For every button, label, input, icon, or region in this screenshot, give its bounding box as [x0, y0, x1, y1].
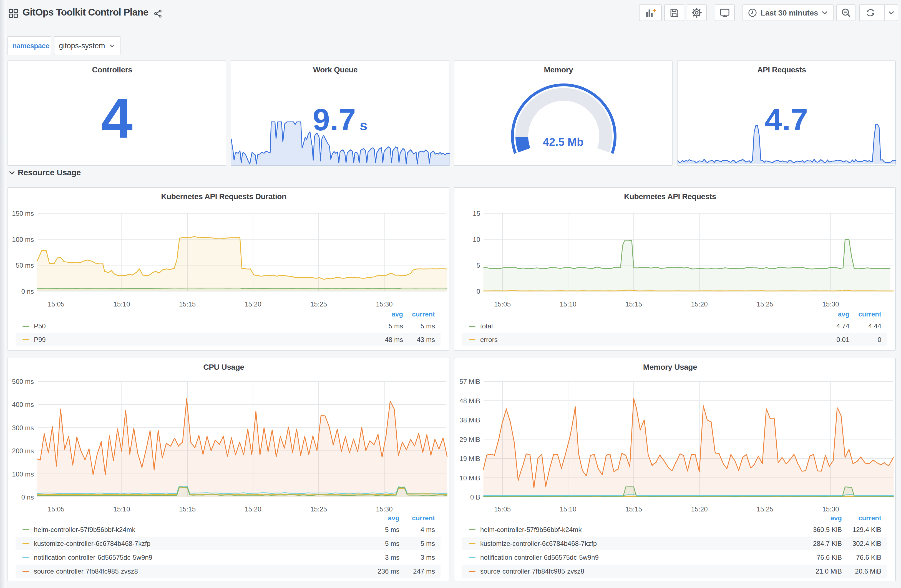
- svg-text:15:30: 15:30: [376, 300, 393, 308]
- svg-text:15:20: 15:20: [691, 300, 708, 308]
- svg-text:0 ns: 0 ns: [21, 288, 34, 295]
- svg-text:0 B: 0 B: [470, 493, 480, 501]
- svg-text:5: 5: [477, 261, 480, 269]
- svg-text:15:10: 15:10: [113, 300, 130, 308]
- svg-text:57 MiB: 57 MiB: [459, 378, 480, 385]
- svg-text:15:05: 15:05: [48, 506, 64, 513]
- svg-text:15:10: 15:10: [113, 506, 130, 513]
- svg-text:15:30: 15:30: [822, 506, 839, 513]
- svg-text:10 MiB: 10 MiB: [459, 474, 480, 482]
- svg-text:15:15: 15:15: [625, 506, 642, 513]
- svg-text:15:20: 15:20: [691, 506, 708, 513]
- svg-text:15:15: 15:15: [179, 506, 196, 513]
- svg-text:15:05: 15:05: [48, 300, 64, 308]
- svg-text:500 ms: 500 ms: [12, 378, 34, 385]
- svg-text:100 ms: 100 ms: [12, 470, 34, 478]
- svg-text:15:25: 15:25: [757, 506, 773, 513]
- svg-text:15:10: 15:10: [560, 300, 576, 308]
- svg-text:15:05: 15:05: [494, 506, 511, 513]
- svg-text:15:15: 15:15: [179, 300, 196, 308]
- svg-text:400 ms: 400 ms: [12, 401, 34, 408]
- svg-text:15:20: 15:20: [245, 506, 261, 513]
- svg-text:300 ms: 300 ms: [12, 424, 34, 432]
- svg-text:0 ns: 0 ns: [21, 493, 34, 501]
- svg-text:15:25: 15:25: [310, 506, 327, 513]
- svg-text:15:15: 15:15: [625, 300, 642, 308]
- svg-text:38 MiB: 38 MiB: [459, 416, 480, 424]
- svg-text:15:25: 15:25: [310, 300, 327, 308]
- svg-text:15:05: 15:05: [494, 300, 511, 308]
- svg-text:100 ms: 100 ms: [12, 236, 34, 243]
- svg-text:15:20: 15:20: [245, 300, 261, 308]
- svg-text:19 MiB: 19 MiB: [459, 455, 480, 462]
- svg-text:200 ms: 200 ms: [12, 447, 34, 454]
- svg-text:15:30: 15:30: [822, 300, 839, 308]
- svg-text:150 ms: 150 ms: [12, 210, 34, 217]
- svg-text:15:30: 15:30: [376, 506, 393, 513]
- svg-text:48 MiB: 48 MiB: [459, 397, 480, 404]
- svg-text:29 MiB: 29 MiB: [459, 436, 480, 443]
- svg-text:15:10: 15:10: [560, 506, 576, 513]
- svg-text:15:25: 15:25: [757, 300, 773, 308]
- svg-text:15: 15: [473, 210, 480, 217]
- svg-text:0: 0: [477, 288, 480, 295]
- svg-text:10: 10: [473, 236, 480, 243]
- svg-text:50 ms: 50 ms: [16, 261, 34, 269]
